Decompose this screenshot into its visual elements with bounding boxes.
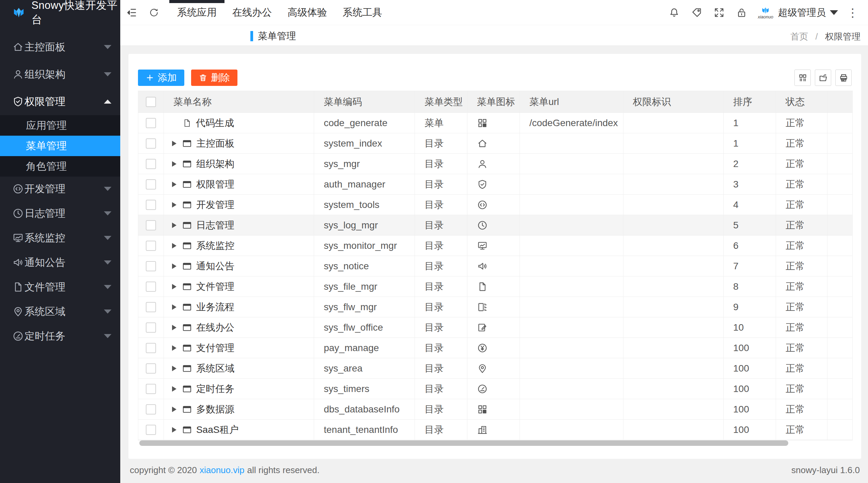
table-row-dbs_databaseInfo[interactable]: 多数据源dbs_databaseInfo目录100正常: [138, 399, 852, 420]
breadcrumb-home[interactable]: 首页: [790, 31, 808, 42]
table-row-system_tools[interactable]: 开发管理system_tools目录4正常: [138, 195, 852, 215]
blank-cell: [827, 276, 852, 297]
table-row-sys_file_mgr[interactable]: 文件管理sys_file_mgr目录8正常: [138, 276, 852, 297]
table-row-sys_timers[interactable]: 定时任务sys_timers目录100正常: [138, 379, 852, 399]
horizontal-scrollbar-thumb[interactable]: [139, 440, 788, 446]
row-checkbox[interactable]: [146, 200, 156, 210]
row-checkbox[interactable]: [146, 384, 156, 394]
row-checkbox[interactable]: [146, 404, 156, 414]
fullscreen-button[interactable]: [708, 0, 730, 25]
sidebar-item-file[interactable]: 文件管理: [0, 275, 120, 299]
expand-caret-icon[interactable]: [172, 304, 176, 310]
table-row-pay_manage[interactable]: 支付管理pay_manage目录100正常: [138, 338, 852, 358]
table-row-sys_notice[interactable]: 通知公告sys_notice目录7正常: [138, 256, 852, 276]
expand-caret-icon[interactable]: [172, 182, 176, 187]
user-menu[interactable]: xiaonuo 超级管理员: [758, 6, 838, 19]
expand-caret-icon[interactable]: [172, 386, 176, 392]
menu-url-cell: [520, 297, 623, 317]
row-checkbox[interactable]: [146, 138, 156, 149]
sidebar-item-label: 定时任务: [25, 329, 65, 343]
table-row-system_index[interactable]: 主控面板system_index目录1正常: [138, 133, 852, 154]
delete-button[interactable]: 删除: [191, 70, 237, 86]
table-row-code_generate[interactable]: 代码生成code_generate菜单/codeGenerate/index1正…: [138, 113, 852, 133]
folder-icon: [182, 282, 192, 292]
lock-button[interactable]: [730, 0, 753, 25]
expand-caret-icon[interactable]: [172, 161, 176, 167]
row-checkbox[interactable]: [146, 118, 156, 128]
expand-caret-icon[interactable]: [172, 407, 176, 412]
sort-cell: 7: [724, 256, 776, 276]
row-checkbox[interactable]: [146, 159, 156, 169]
expand-caret-icon[interactable]: [172, 243, 176, 248]
print-tool-button[interactable]: [835, 70, 852, 86]
row-checkbox[interactable]: [146, 179, 156, 190]
refresh-button[interactable]: [143, 0, 165, 25]
sidebar-subitem-role-mgr[interactable]: 角色管理: [0, 156, 120, 177]
yen-icon: [477, 343, 488, 353]
expand-caret-icon[interactable]: [172, 223, 176, 228]
table-row-sys_monitor_mgr[interactable]: 系统监控sys_monitor_mgr目录6正常: [138, 236, 852, 256]
row-checkbox[interactable]: [146, 343, 156, 353]
sidebar-subitem-menu-mgr[interactable]: 菜单管理: [0, 136, 120, 156]
sidebar-item-dev[interactable]: 开发管理: [0, 177, 120, 201]
sidebar-item-log[interactable]: 日志管理: [0, 201, 120, 226]
tab-sys-app[interactable]: 系统应用: [169, 0, 224, 25]
perm-cell: [623, 154, 724, 174]
menu-url-cell: /codeGenerate/index: [520, 113, 623, 133]
sidebar-item-org[interactable]: 组织架构: [0, 61, 120, 88]
table-row-sys_log_mgr[interactable]: 日志管理sys_log_mgr目录5正常: [138, 215, 852, 236]
tab-sys-tools[interactable]: 系统工具: [335, 0, 390, 25]
menu-name: 通知公告: [196, 260, 234, 273]
collapse-sidebar-button[interactable]: [120, 0, 143, 25]
table-row-tenant_tenantInfo[interactable]: SaaS租户tenant_tenantInfo目录100正常: [138, 420, 852, 440]
expand-caret-icon[interactable]: [172, 325, 176, 330]
row-checkbox[interactable]: [146, 425, 156, 435]
row-checkbox[interactable]: [146, 322, 156, 333]
table-row-sys_flw_mgr[interactable]: 业务流程sys_flw_mgr目录9正常: [138, 297, 852, 317]
blank-cell: [827, 133, 852, 153]
sidebar-item-notice[interactable]: 通知公告: [0, 250, 120, 275]
table-row-sys_area[interactable]: 系统区域sys_area目录100正常: [138, 358, 852, 379]
row-checkbox[interactable]: [146, 261, 156, 271]
bell-icon: [668, 7, 680, 18]
menu-name: 定时任务: [196, 382, 234, 395]
expand-caret-icon[interactable]: [172, 366, 176, 371]
perm-cell: [623, 297, 724, 317]
app-logo[interactable]: Snowy快速开发平台: [0, 0, 120, 25]
sidebar-subitem-app-mgr[interactable]: 应用管理: [0, 115, 120, 136]
row-checkbox[interactable]: [146, 302, 156, 312]
copyright-link[interactable]: xiaonuo.vip: [200, 465, 245, 476]
table-row-sys_flw_office[interactable]: 在线办公sys_flw_office目录10正常: [138, 317, 852, 338]
perm-cell: [623, 215, 724, 235]
select-all-checkbox[interactable]: [146, 97, 156, 107]
table-row-sys_mgr[interactable]: 组织架构sys_mgr目录2正常: [138, 154, 852, 174]
sidebar-item-dashboard[interactable]: 主控面板: [0, 33, 120, 61]
bell-button[interactable]: [663, 0, 685, 25]
sidebar-item-timer[interactable]: 定时任务: [0, 324, 120, 348]
expand-caret-icon[interactable]: [172, 427, 176, 433]
row-checkbox[interactable]: [146, 220, 156, 230]
row-checkbox[interactable]: [146, 363, 156, 374]
expand-caret-icon[interactable]: [172, 284, 176, 289]
expand-caret-icon[interactable]: [172, 202, 176, 208]
sidebar-item-monitor[interactable]: 系统监控: [0, 226, 120, 250]
row-checkbox[interactable]: [146, 282, 156, 292]
more-menu-button[interactable]: ⋮: [841, 6, 865, 19]
expand-caret-icon[interactable]: [172, 141, 176, 146]
tag-button[interactable]: [685, 0, 708, 25]
cols-tool-button[interactable]: [794, 70, 811, 86]
export-tool-button[interactable]: [815, 70, 831, 86]
menu-type-cell: 目录: [415, 420, 467, 440]
expand-caret-icon[interactable]: [172, 345, 176, 351]
blank-cell: [827, 358, 852, 378]
tab-advanced[interactable]: 高级体验: [280, 0, 335, 25]
chevron-down-icon: [104, 211, 111, 215]
row-checkbox[interactable]: [146, 241, 156, 251]
tab-online-office[interactable]: 在线办公: [224, 0, 280, 25]
add-button[interactable]: 添加: [138, 70, 184, 86]
sidebar-item-area[interactable]: 系统区域: [0, 299, 120, 324]
table-row-auth_manager[interactable]: 权限管理auth_manager目录3正常: [138, 174, 852, 195]
sidebar-item-auth[interactable]: 权限管理: [0, 88, 120, 115]
status-cell: 正常: [776, 379, 827, 399]
expand-caret-icon[interactable]: [172, 263, 176, 269]
